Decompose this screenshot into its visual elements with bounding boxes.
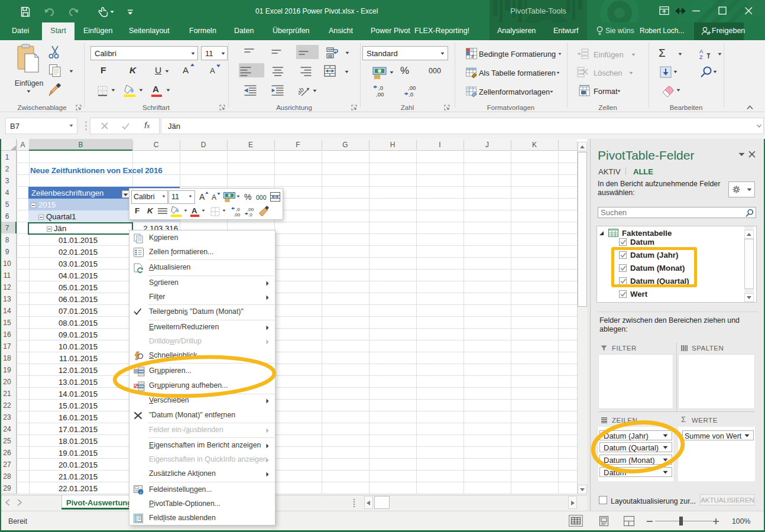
- svg-text:,0: ,0: [236, 207, 240, 212]
- svg-text:i: i: [140, 490, 141, 495]
- svg-text:Z: Z: [699, 54, 703, 60]
- svg-text:≠: ≠: [471, 53, 474, 59]
- svg-text:,00: ,00: [376, 91, 384, 98]
- svg-text:A: A: [699, 48, 704, 54]
- svg-text:,00: ,00: [247, 207, 254, 212]
- svg-text:,00: ,00: [234, 212, 241, 217]
- svg-text:,00: ,00: [408, 85, 416, 91]
- svg-text:ab: ab: [299, 86, 305, 96]
- svg-text:,0: ,0: [248, 212, 252, 217]
- svg-text:,0: ,0: [409, 91, 413, 98]
- svg-text:,0: ,0: [378, 85, 383, 91]
